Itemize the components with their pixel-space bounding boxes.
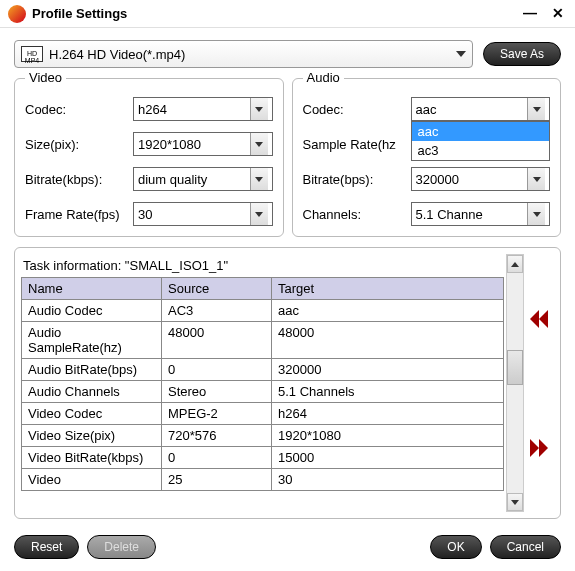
- audio-samplerate-label: Sample Rate(hz: [303, 137, 411, 152]
- table-cell: Video BitRate(kbps): [22, 447, 162, 469]
- table-cell: 15000: [272, 447, 504, 469]
- audio-panel-title: Audio: [303, 70, 344, 85]
- table-row: Video BitRate(kbps)015000: [22, 447, 504, 469]
- minimize-button[interactable]: —: [521, 5, 539, 23]
- video-size-combo[interactable]: 1920*1080: [133, 132, 273, 156]
- profile-format-icon: HD MP4: [21, 46, 43, 62]
- chevron-down-icon: [250, 98, 268, 120]
- close-button[interactable]: ✕: [549, 5, 567, 23]
- table-cell: aac: [272, 300, 504, 322]
- ok-button[interactable]: OK: [430, 535, 481, 559]
- table-row: Audio SampleRate(hz)4800048000: [22, 322, 504, 359]
- video-codec-label: Codec:: [25, 102, 133, 117]
- titlebar: Profile Settings — ✕: [0, 0, 575, 28]
- video-panel-title: Video: [25, 70, 66, 85]
- app-icon: [8, 5, 26, 23]
- table-cell: Stereo: [162, 381, 272, 403]
- audio-channels-combo[interactable]: 5.1 Channe: [411, 202, 551, 226]
- table-cell: 25: [162, 469, 272, 491]
- scroll-up-button[interactable]: [507, 255, 523, 273]
- chevron-down-icon: [250, 133, 268, 155]
- video-panel: Video Codec: h264 Size(pix): 1920*1080: [14, 78, 284, 237]
- dropdown-option-ac3[interactable]: ac3: [412, 141, 550, 160]
- audio-panel: Audio Codec: aac aac ac3: [292, 78, 562, 237]
- vertical-scrollbar[interactable]: [506, 254, 524, 512]
- audio-codec-dropdown-list: aac ac3: [411, 121, 551, 161]
- window-title: Profile Settings: [32, 6, 521, 21]
- audio-channels-label: Channels:: [303, 207, 411, 222]
- table-row: Audio BitRate(bps)0320000: [22, 359, 504, 381]
- chevron-down-icon: [250, 203, 268, 225]
- table-row: Video CodecMPEG-2h264: [22, 403, 504, 425]
- profile-text: H.264 HD Video(*.mp4): [49, 47, 456, 62]
- scroll-track[interactable]: [507, 273, 523, 493]
- table-row: Audio ChannelsStereo5.1 Channels: [22, 381, 504, 403]
- scroll-thumb[interactable]: [507, 350, 523, 385]
- table-cell: h264: [272, 403, 504, 425]
- table-cell: MPEG-2: [162, 403, 272, 425]
- table-cell: 320000: [272, 359, 504, 381]
- table-cell: 30: [272, 469, 504, 491]
- video-size-label: Size(pix):: [25, 137, 133, 152]
- table-row: Video2530: [22, 469, 504, 491]
- table-cell: Audio BitRate(bps): [22, 359, 162, 381]
- table-header-target[interactable]: Target: [272, 278, 504, 300]
- chevron-down-icon: [527, 98, 545, 120]
- chevron-down-icon: [527, 203, 545, 225]
- profile-dropdown[interactable]: HD MP4 H.264 HD Video(*.mp4): [14, 40, 473, 68]
- table-cell: Video Codec: [22, 403, 162, 425]
- table-header-source[interactable]: Source: [162, 278, 272, 300]
- chevron-down-icon: [527, 168, 545, 190]
- delete-button[interactable]: Delete: [87, 535, 156, 559]
- table-cell: Video: [22, 469, 162, 491]
- reset-button[interactable]: Reset: [14, 535, 79, 559]
- next-task-button[interactable]: [530, 439, 548, 457]
- table-cell: 720*576: [162, 425, 272, 447]
- chevron-down-icon: [250, 168, 268, 190]
- table-cell: Video Size(pix): [22, 425, 162, 447]
- table-cell: 0: [162, 359, 272, 381]
- audio-bitrate-label: Bitrate(bps):: [303, 172, 411, 187]
- table-cell: AC3: [162, 300, 272, 322]
- dropdown-option-aac[interactable]: aac: [412, 122, 550, 141]
- table-cell: Audio Channels: [22, 381, 162, 403]
- table-header-name[interactable]: Name: [22, 278, 162, 300]
- audio-bitrate-combo[interactable]: 320000: [411, 167, 551, 191]
- table-cell: Audio SampleRate(hz): [22, 322, 162, 359]
- task-caption: Task information: "SMALL_ISO1_1": [21, 254, 504, 277]
- save-as-button[interactable]: Save As: [483, 42, 561, 66]
- video-framerate-combo[interactable]: 30: [133, 202, 273, 226]
- table-cell: 1920*1080: [272, 425, 504, 447]
- cancel-button[interactable]: Cancel: [490, 535, 561, 559]
- table-cell: 48000: [272, 322, 504, 359]
- prev-task-button[interactable]: [530, 310, 548, 328]
- task-table: Name Source Target Audio CodecAC3aacAudi…: [21, 277, 504, 491]
- table-row: Video Size(pix)720*5761920*1080: [22, 425, 504, 447]
- table-cell: 0: [162, 447, 272, 469]
- scroll-down-button[interactable]: [507, 493, 523, 511]
- video-framerate-label: Frame Rate(fps): [25, 207, 133, 222]
- video-bitrate-combo[interactable]: dium quality: [133, 167, 273, 191]
- table-cell: 5.1 Channels: [272, 381, 504, 403]
- task-info-panel: Task information: "SMALL_ISO1_1" Name So…: [14, 247, 561, 519]
- video-bitrate-label: Bitrate(kbps):: [25, 172, 133, 187]
- table-cell: 48000: [162, 322, 272, 359]
- video-codec-combo[interactable]: h264: [133, 97, 273, 121]
- audio-codec-combo[interactable]: aac aac ac3: [411, 97, 551, 121]
- table-row: Audio CodecAC3aac: [22, 300, 504, 322]
- table-cell: Audio Codec: [22, 300, 162, 322]
- chevron-down-icon: [456, 51, 466, 57]
- audio-codec-label: Codec:: [303, 102, 411, 117]
